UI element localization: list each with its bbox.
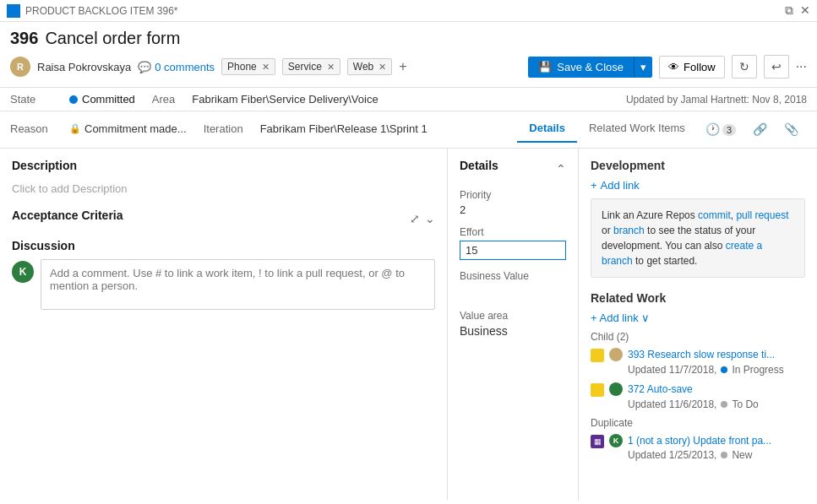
description-placeholder[interactable]: Click to add Description (12, 179, 435, 209)
status-dot-1 (721, 452, 727, 458)
avatar-372 (609, 382, 623, 396)
item-header: 396 Cancel order form R Raisa Pokrovskay… (0, 22, 817, 88)
right-column: Development + Add link Link an Azure Rep… (579, 149, 817, 501)
value-area-label: Value area (460, 310, 566, 322)
plus-icon: + (591, 179, 597, 192)
tag-phone: Phone ✕ (221, 58, 275, 75)
undo-button[interactable]: ↩ (764, 55, 789, 79)
acceptance-criteria-title: Acceptance Criteria (12, 209, 123, 222)
task-icon-393 (591, 349, 604, 362)
attachments-button[interactable]: 📎 (776, 116, 807, 143)
work-item-393: 393 Research slow response ti... Updated… (591, 348, 805, 376)
user-initials: R (17, 62, 24, 72)
effort-input[interactable] (460, 241, 566, 260)
reason-value[interactable]: 🔒 Commitment made... (69, 122, 187, 135)
save-close-button[interactable]: 💾 Save & Close (528, 57, 634, 78)
pull-request-link[interactable]: pull request (736, 209, 788, 221)
development-title: Development (591, 159, 805, 172)
history-badge: 3 (722, 124, 736, 136)
restore-button[interactable]: ⧉ (785, 3, 793, 18)
status-text-1: New (732, 449, 752, 461)
branch-link-1[interactable]: branch (613, 225, 645, 236)
iteration-label: Iteration (204, 122, 243, 135)
status-text-372: To Do (732, 398, 758, 410)
details-header: Details ⌃ (460, 159, 566, 179)
description-title: Description (12, 159, 435, 172)
plus-icon-2: + Add link ∨ (591, 312, 650, 324)
reason-text: Commitment made... (84, 122, 187, 135)
comments-button[interactable]: 💬 0 comments (138, 61, 215, 73)
business-value-empty (460, 285, 566, 300)
value-area-value[interactable]: Business (460, 324, 566, 338)
discussion-avatar: K (12, 261, 34, 283)
business-value-label: Business Value (460, 270, 566, 282)
state-row: State Committed Area Fabrikam Fiber\Serv… (0, 88, 817, 111)
app-logo (7, 4, 20, 18)
save-close-label: Save & Close (557, 61, 624, 73)
child-label: Child (2) (591, 331, 805, 343)
tag-service-close[interactable]: ✕ (327, 62, 335, 73)
wi-details-393: 393 Research slow response ti... Updated… (628, 348, 805, 376)
history-button[interactable]: 🕐3 (697, 116, 744, 143)
wi-title-393[interactable]: 393 Research slow response ti... (628, 348, 805, 362)
avatar-393 (609, 348, 623, 361)
main-content: Description Click to add Description Acc… (0, 149, 817, 501)
item-title: Cancel order form (45, 29, 180, 48)
tab-details[interactable]: Details (517, 115, 577, 143)
expand-icons[interactable]: ⤢ ⌄ (410, 212, 435, 225)
refresh-button[interactable]: ↻ (732, 55, 757, 79)
acceptance-criteria-header: Acceptance Criteria ⤢ ⌄ (12, 209, 435, 229)
save-icon: 💾 (538, 61, 552, 73)
discussion-input-row: K (12, 259, 435, 310)
state-value[interactable]: Committed (69, 93, 135, 106)
tag-web-close[interactable]: ✕ (379, 62, 386, 73)
related-work-section: Related Work + Add link ∨ Child (2) 393 … (591, 291, 805, 461)
wi-title-1[interactable]: 1 (not a story) Update front pa... (628, 434, 805, 448)
wi-meta-372: Updated 11/6/2018, To Do (628, 398, 805, 410)
more-options-button[interactable]: ··· (796, 59, 807, 74)
details-title: Details (460, 159, 498, 172)
add-tag-button[interactable]: + (399, 59, 406, 74)
toolbar-row: R Raisa Pokrovskaya 💬 0 comments Phone ✕… (10, 55, 807, 79)
expand-icon: ⤢ (410, 212, 420, 225)
area-value: Fabrikam Fiber\Service Delivery\Voice (192, 93, 378, 106)
wi-details-372: 372 Auto-save Updated 11/6/2018, To Do (628, 382, 805, 410)
tab-related-work-items[interactable]: Related Work Items (577, 115, 697, 143)
create-branch-link[interactable]: create a branch (602, 240, 762, 267)
priority-label: Priority (460, 189, 566, 201)
iteration-value: Fabrikam Fiber\Release 1\Sprint 1 (260, 122, 428, 135)
work-item-1: ▦ K 1 (not a story) Update front pa... U… (591, 434, 805, 462)
tab-bar: Details Related Work Items 🕐3 🔗 📎 (517, 115, 807, 143)
priority-value[interactable]: 2 (460, 203, 566, 216)
discussion-section: Discussion K (12, 239, 435, 310)
wi-meta-1: Updated 1/25/2013, New (628, 449, 805, 461)
tag-phone-close[interactable]: ✕ (262, 62, 270, 73)
add-link-dev-label: Add link (601, 179, 640, 192)
commit-link[interactable]: commit (698, 209, 731, 221)
middle-column: Details ⌃ Priority 2 Effort Business Val… (448, 149, 579, 501)
work-item-372: 372 Auto-save Updated 11/6/2018, To Do (591, 382, 805, 410)
reason-row: Reason 🔒 Commitment made... Iteration Fa… (0, 111, 817, 149)
product-icon-1: ▦ (591, 435, 604, 448)
comment-icon: 💬 (138, 61, 151, 73)
add-link-related-button[interactable]: + Add link ∨ (591, 312, 650, 324)
title-bar-text: PRODUCT BACKLOG ITEM 396* (25, 5, 178, 17)
task-icon-372 (591, 383, 604, 397)
collapse-details-icon[interactable]: ⌃ (556, 162, 566, 176)
dev-info-box: Link an Azure Repos commit, pull request… (591, 198, 805, 278)
follow-button[interactable]: 👁 Follow (659, 56, 725, 79)
related-work-title: Related Work (591, 291, 805, 305)
links-button[interactable]: 🔗 (744, 116, 776, 143)
discussion-initials: K (19, 266, 27, 278)
close-button[interactable]: ✕ (800, 3, 810, 18)
discussion-input[interactable] (41, 259, 435, 310)
save-dropdown-button[interactable]: ▾ (634, 57, 652, 78)
item-number: 396 (10, 29, 38, 48)
tag-web: Web ✕ (347, 58, 392, 75)
follow-label: Follow (684, 61, 716, 73)
status-dot-393 (721, 366, 727, 373)
comments-count: 0 comments (155, 61, 215, 73)
add-link-dev-button[interactable]: + Add link (591, 179, 640, 192)
tag-service: Service ✕ (282, 58, 340, 75)
wi-title-372[interactable]: 372 Auto-save (628, 382, 805, 397)
